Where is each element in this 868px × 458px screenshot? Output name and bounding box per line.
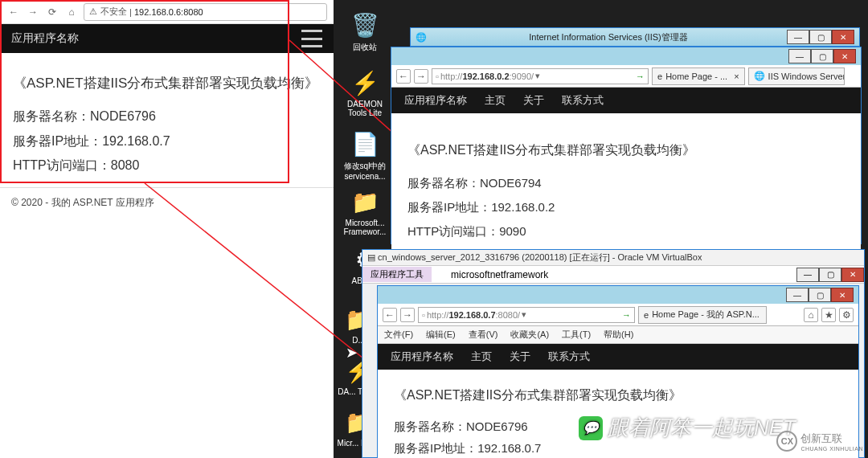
brand-watermark: CX 创新互联 CHUANG XINHULIAN	[776, 431, 863, 452]
iis-icon: 🌐	[416, 32, 427, 43]
maximize-button[interactable]: ▢	[809, 288, 831, 302]
article-title: 《ASP.NET搭建IIS分布式集群部署实现负载均衡》	[407, 137, 845, 163]
ie-menubar: 文件(F) 编辑(E) 查看(V) 收藏夹(A) 工具(T) 帮助(H)	[378, 326, 858, 344]
mouse-cursor-icon: ➤	[346, 344, 358, 362]
server-name-label: 服务器名称：	[394, 419, 466, 433]
server-port-value: 9090	[499, 224, 526, 238]
browser-tab-2[interactable]: 🌐IIS Windows Server	[748, 67, 845, 85]
explorer-ribbon-tab[interactable]: 应用程序工具	[362, 267, 432, 282]
close-button[interactable]: ✕	[831, 288, 854, 302]
brand-en: CHUANG XINHULIAN	[800, 446, 863, 452]
textfile-icon: 📄	[348, 129, 382, 159]
maximize-button[interactable]: ▢	[811, 49, 833, 63]
nav-contact[interactable]: 联系方式	[548, 350, 590, 364]
forward-icon[interactable]: →	[414, 69, 428, 84]
server-name-value: NODE6794	[480, 176, 542, 190]
browser-tab-1[interactable]: eHome Page - 我的 ASP.N...×	[638, 306, 767, 324]
menu-edit[interactable]: 编辑(E)	[426, 329, 456, 341]
maximize-button[interactable]: ▢	[819, 268, 841, 282]
vm-icon: ▤	[367, 252, 375, 263]
hamburger-icon[interactable]	[301, 30, 322, 47]
ie-icon: e	[657, 72, 662, 81]
dropdown-icon[interactable]: ▾	[535, 71, 540, 81]
url-prefix: http://	[440, 72, 463, 81]
ie-toolbar: ← → ▫ http:// 192.168.0.2 :9090/ ▾ → eHo…	[391, 65, 861, 88]
close-button[interactable]: ✕	[841, 268, 864, 282]
article-title: 《ASP.NET搭建IIS分布式集群部署实现负载均衡》	[13, 71, 321, 96]
footer-text: © 2020 - 我的 ASP.NET 应用程序	[0, 188, 334, 218]
desktop-sql-file[interactable]: 📄 修改sql中的servicena...	[342, 129, 387, 181]
reload-icon[interactable]: ⟳	[45, 5, 59, 19]
desktop-folder-msfw[interactable]: 📁 Microsoft... Framewor...	[342, 186, 387, 236]
back-icon[interactable]: ←	[6, 5, 21, 19]
article-title: 《ASP.NET搭建IIS分布式集群部署实现负载均衡》	[394, 384, 842, 407]
back-icon[interactable]: ←	[396, 69, 411, 84]
server-name-label: 服务器名称：	[13, 109, 90, 123]
page-icon: ▫	[436, 72, 439, 81]
forward-icon[interactable]: →	[26, 5, 40, 19]
nav-home[interactable]: 主页	[485, 93, 506, 108]
server-ip-label: 服务器IP地址：	[13, 134, 102, 148]
go-icon[interactable]: →	[636, 72, 645, 81]
close-button[interactable]: ✕	[833, 49, 856, 63]
menu-file[interactable]: 文件(F)	[384, 329, 413, 341]
app-name: 应用程序名称	[11, 31, 79, 46]
address-bar[interactable]: ⚠ 不安全 | 192.168.0.6:8080	[84, 3, 327, 21]
favorites-icon[interactable]: ★	[821, 308, 836, 322]
server-port-label: HTTP访问端口：	[407, 224, 499, 238]
go-icon[interactable]: →	[622, 310, 631, 320]
dropdown-icon[interactable]: ▾	[522, 309, 526, 320]
page-navbar: 应用程序名称 主页 关于 联系方式	[378, 344, 858, 370]
wechat-icon: 💬	[579, 416, 603, 440]
settings-icon[interactable]: ⚙	[839, 308, 854, 322]
url-text: 192.168.0.6:8080	[134, 7, 203, 17]
url-host: 192.168.0.7	[448, 310, 495, 320]
menu-help[interactable]: 帮助(H)	[604, 329, 633, 341]
insecure-label: 不安全	[100, 6, 127, 18]
forward-icon[interactable]: →	[400, 308, 415, 322]
ie-window-1: — ▢ ✕ ← → ▫ http:// 192.168.0.2 :9090/ ▾…	[391, 47, 862, 244]
url-port: :9090/	[510, 72, 534, 81]
desktop-recycle-bin[interactable]: 🗑️ 回收站	[342, 10, 387, 53]
menu-fav[interactable]: 收藏夹(A)	[510, 329, 549, 341]
home-icon[interactable]: ⌂	[804, 308, 818, 322]
address-bar[interactable]: ▫ http:// 192.168.0.7 :8080/ ▾ →	[418, 307, 635, 323]
close-button[interactable]: ✕	[832, 30, 854, 44]
home-icon[interactable]: ⌂	[64, 5, 79, 19]
nav-about[interactable]: 关于	[523, 93, 544, 108]
maximize-button[interactable]: ▢	[809, 30, 832, 44]
browser-tab-1[interactable]: eHome Page - ...×	[652, 67, 745, 85]
address-bar[interactable]: ▫ http:// 192.168.0.2 :9090/ ▾ →	[432, 68, 649, 84]
server-name-value: NODE6796	[90, 109, 156, 123]
server-name-value: NODE6796	[466, 419, 528, 433]
nav-contact[interactable]: 联系方式	[562, 93, 604, 108]
explorer-title: microsoftnetframework	[451, 269, 548, 280]
nav-home[interactable]: 主页	[471, 350, 492, 364]
menu-tools[interactable]: 工具(T)	[562, 329, 591, 341]
virtualbox-titlebar: ▤ cn_windows_server_2012_3316796 (202001…	[362, 250, 864, 266]
menu-view[interactable]: 查看(V)	[469, 329, 498, 341]
page-icon: ▫	[422, 310, 425, 320]
daemon-icon: ⚡	[348, 67, 382, 98]
server-ip-label: 服务器IP地址：	[407, 200, 491, 214]
iis-manager-window[interactable]: 🌐 Internet Information Services (IIS)管理器…	[410, 27, 860, 47]
nav-app-name[interactable]: 应用程序名称	[404, 93, 467, 108]
explorer-window: 应用程序工具 microsoftnetframework — ▢ ✕	[362, 266, 864, 284]
desktop-daemon[interactable]: ⚡ DAEMON Tools Lite	[342, 67, 387, 117]
chrome-toolbar: ← → ⟳ ⌂ ⚠ 不安全 | 192.168.0.6:8080	[0, 0, 334, 24]
watermark-text: 跟着阿笨一起玩NET	[608, 414, 796, 442]
warning-icon: ⚠	[89, 6, 97, 17]
minimize-button[interactable]: —	[787, 30, 809, 44]
minimize-button[interactable]: —	[786, 288, 809, 302]
server-name-label: 服务器名称：	[407, 176, 480, 190]
nav-about[interactable]: 关于	[510, 350, 530, 364]
page-navbar: 应用程序名称 主页 关于 联系方式	[391, 88, 861, 113]
nav-app-name[interactable]: 应用程序名称	[391, 350, 453, 364]
minimize-button[interactable]: —	[788, 49, 811, 63]
minimize-button[interactable]: —	[796, 268, 819, 282]
server-ip-value: 192.168.0.7	[102, 134, 170, 148]
ie-toolbar: ← → ▫ http:// 192.168.0.7 :8080/ ▾ → eHo…	[378, 304, 858, 326]
back-icon[interactable]: ←	[383, 308, 397, 322]
recycle-bin-icon: 🗑️	[348, 10, 382, 40]
iis-icon: 🌐	[754, 71, 765, 81]
